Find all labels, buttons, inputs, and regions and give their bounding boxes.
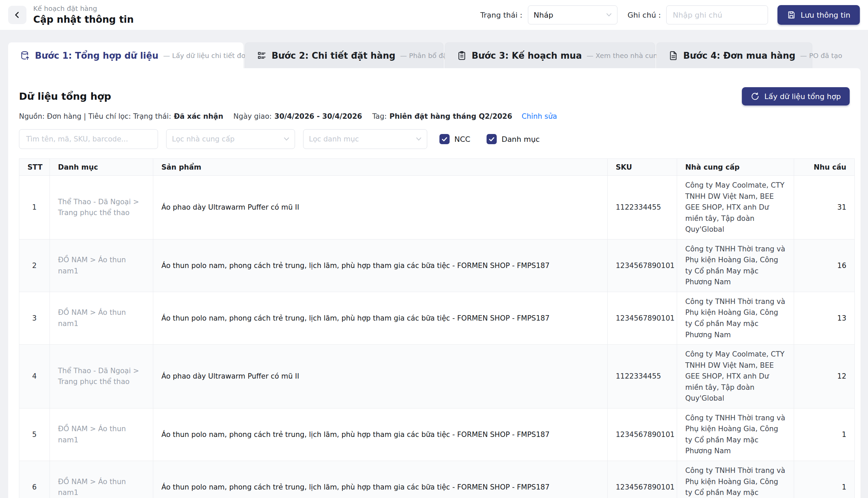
chevron-down-icon bbox=[606, 13, 612, 17]
tag-label: Tag: bbox=[372, 112, 387, 120]
criteria-status-value: Đã xác nhận bbox=[174, 112, 224, 120]
table-row: 2ĐỒ NAM > Áo thun nam1Áo thun polo nam, … bbox=[19, 239, 855, 292]
save-icon bbox=[787, 11, 796, 19]
page-title: Cập nhật thông tin bbox=[33, 14, 134, 25]
cell-category: Thể Thao - Dã Ngoại > Trang phục thể tha… bbox=[50, 176, 153, 239]
cell-product: Áo thun polo nam, phong cách trẻ trung, … bbox=[153, 408, 607, 461]
supplier-filter-select[interactable]: Lọc nhà cung cấp bbox=[166, 129, 295, 149]
table-header-row: STT Danh mục Sản phẩm SKU Nhà cung cấp N… bbox=[19, 159, 855, 176]
cell-demand: 13 bbox=[794, 292, 855, 344]
tab-step-3[interactable]: Bước 3: Kế hoạch mua — Xem theo nhà cung… bbox=[445, 42, 655, 68]
cell-sku: 1122334455 bbox=[607, 345, 677, 408]
cell-stt: 4 bbox=[19, 345, 50, 408]
table-body: 1Thể Thao - Dã Ngoại > Trang phục thể th… bbox=[19, 176, 855, 498]
note-input[interactable] bbox=[666, 5, 768, 24]
cell-product: Áo phao dày Ultrawarm Puffer có mũ II bbox=[153, 345, 607, 408]
note-label: Ghi chú : bbox=[628, 11, 661, 19]
cell-supplier: Công ty TNHH Thời trang và Phụ kiện Hoàn… bbox=[677, 292, 794, 344]
ncc-checkbox-group[interactable]: NCC bbox=[439, 134, 470, 144]
summary-table: STT Danh mục Sản phẩm SKU Nhà cung cấp N… bbox=[19, 158, 855, 498]
tag-value: Phiên đặt hàng tháng Q2/2026 bbox=[390, 112, 512, 120]
status-label: Trạng thái : bbox=[480, 11, 522, 19]
header-controls: Trạng thái : Nháp Ghi chú : Lưu thông ti… bbox=[480, 5, 860, 25]
table-row: 5ĐỒ NAM > Áo thun nam1Áo thun polo nam, … bbox=[19, 408, 855, 461]
cell-stt: 3 bbox=[19, 292, 50, 344]
save-button-label: Lưu thông tin bbox=[801, 11, 850, 19]
cell-supplier: Công ty May Coolmate, CTY TNHH DW Việt N… bbox=[677, 345, 794, 408]
chevron-down-icon bbox=[284, 137, 289, 141]
filter-row: Lọc nhà cung cấp Lọc danh mục NCC bbox=[19, 129, 850, 149]
cell-supplier: Công ty TNHH Thời trang và Phụ kiện Hoàn… bbox=[677, 239, 794, 292]
tab-label: Bước 4: Đơn mua hàng bbox=[683, 51, 796, 61]
cell-category: ĐỒ NAM > Áo thun nam1 bbox=[50, 292, 153, 344]
status-select-value: Nháp bbox=[534, 11, 553, 19]
ncc-checkbox-label: NCC bbox=[454, 135, 470, 144]
cell-product: Áo thun polo nam, phong cách trẻ trung, … bbox=[153, 239, 607, 292]
table-row: 1Thể Thao - Dã Ngoại > Trang phục thể th… bbox=[19, 176, 855, 239]
cell-demand: 12 bbox=[794, 345, 855, 408]
column-header-stt: STT bbox=[19, 159, 50, 176]
cell-category: ĐỒ NAM > Áo thun nam1 bbox=[50, 408, 153, 461]
cell-product: Áo phao dày Ultrawarm Puffer có mũ II bbox=[153, 176, 607, 239]
ncc-checkbox[interactable] bbox=[439, 134, 450, 144]
category-checkbox-label: Danh mục bbox=[502, 135, 540, 144]
table-row: 6ĐỒ NAM > Áo thun nam1Áo thun polo nam, … bbox=[19, 461, 855, 498]
cell-stt: 1 bbox=[19, 176, 50, 239]
table-row: 4Thể Thao - Dã Ngoại > Trang phục thể th… bbox=[19, 345, 855, 408]
column-header-sku: SKU bbox=[607, 159, 677, 176]
column-header-category: Danh mục bbox=[50, 159, 153, 176]
cell-category: ĐỒ NAM > Áo thun nam1 bbox=[50, 239, 153, 292]
tab-step-2[interactable]: Bước 2: Chi tiết đặt hàng — Phân bổ đặt … bbox=[245, 42, 443, 68]
category-checkbox-group[interactable]: Danh mục bbox=[486, 134, 540, 144]
tab-label: Bước 3: Kế hoạch mua bbox=[472, 51, 582, 61]
breadcrumb: Kế hoạch đặt hàng bbox=[33, 4, 134, 13]
chevron-left-icon bbox=[13, 11, 22, 19]
cell-supplier: Công ty May Coolmate, CTY TNHH DW Việt N… bbox=[677, 176, 794, 239]
save-button[interactable]: Lưu thông tin bbox=[777, 5, 860, 25]
cell-category: Thể Thao - Dã Ngoại > Trang phục thể tha… bbox=[50, 345, 153, 408]
back-button[interactable] bbox=[8, 6, 26, 24]
cell-sku: 1234567890101 bbox=[607, 292, 677, 344]
refresh-icon bbox=[751, 92, 760, 101]
delivery-label: Ngày giao: bbox=[233, 112, 271, 120]
category-checkbox[interactable] bbox=[486, 134, 497, 144]
section-title: Dữ liệu tổng hợp bbox=[19, 91, 111, 102]
category-filter-placeholder: Lọc danh mục bbox=[309, 135, 359, 143]
status-select[interactable]: Nháp bbox=[528, 5, 617, 24]
criteria-prefix: Nguồn: Đơn hàng | Tiêu chí lọc: Trạng th… bbox=[19, 112, 171, 120]
cell-sku: 1234567890101 bbox=[607, 239, 677, 292]
list-detail-icon bbox=[257, 51, 267, 61]
tab-sublabel: — PO đã tạo bbox=[800, 52, 842, 60]
search-input[interactable] bbox=[19, 129, 158, 149]
column-header-product: Sản phẩm bbox=[153, 159, 607, 176]
check-icon bbox=[489, 137, 495, 142]
cell-sku: 1122334455 bbox=[607, 176, 677, 239]
cell-demand: 1 bbox=[794, 461, 855, 498]
edit-criteria-link[interactable]: Chỉnh sửa bbox=[522, 112, 557, 120]
cell-stt: 5 bbox=[19, 408, 50, 461]
app-header: Kế hoạch đặt hàng Cập nhật thông tin Trạ… bbox=[0, 0, 868, 30]
cell-supplier: Công ty TNHH Thời trang và Phụ kiện Hoàn… bbox=[677, 461, 794, 498]
table-row: 3ĐỒ NAM > Áo thun nam1Áo thun polo nam, … bbox=[19, 292, 855, 344]
cell-demand: 31 bbox=[794, 176, 855, 239]
cell-stt: 2 bbox=[19, 239, 50, 292]
fetch-summary-label: Lấy dữ liệu tổng hợp bbox=[764, 92, 841, 101]
fetch-summary-button[interactable]: Lấy dữ liệu tổng hợp bbox=[742, 87, 850, 105]
cell-sku: 1234567890101 bbox=[607, 461, 677, 498]
cell-demand: 16 bbox=[794, 239, 855, 292]
tab-label: Bước 1: Tổng hợp dữ liệu bbox=[35, 51, 158, 61]
step-tabs: Bước 1: Tổng hợp dữ liệu — Lấy dữ liệu c… bbox=[8, 42, 860, 68]
tab-step-1[interactable]: Bước 1: Tổng hợp dữ liệu — Lấy dữ liệu c… bbox=[8, 42, 243, 68]
cell-stt: 6 bbox=[19, 461, 50, 498]
chevron-down-icon bbox=[416, 137, 422, 141]
cell-category: ĐỒ NAM > Áo thun nam1 bbox=[50, 461, 153, 498]
filter-criteria-line: Nguồn: Đơn hàng | Tiêu chí lọc: Trạng th… bbox=[19, 112, 850, 120]
clipboard-icon bbox=[457, 51, 467, 61]
cell-product: Áo thun polo nam, phong cách trẻ trung, … bbox=[153, 461, 607, 498]
category-filter-select[interactable]: Lọc danh mục bbox=[303, 129, 427, 149]
title-block: Kế hoạch đặt hàng Cập nhật thông tin bbox=[33, 4, 134, 25]
cell-demand: 1 bbox=[794, 408, 855, 461]
tab-step-4[interactable]: Bước 4: Đơn mua hàng — PO đã tạo bbox=[656, 42, 812, 68]
check-icon bbox=[441, 137, 448, 142]
column-header-supplier: Nhà cung cấp bbox=[677, 159, 794, 176]
